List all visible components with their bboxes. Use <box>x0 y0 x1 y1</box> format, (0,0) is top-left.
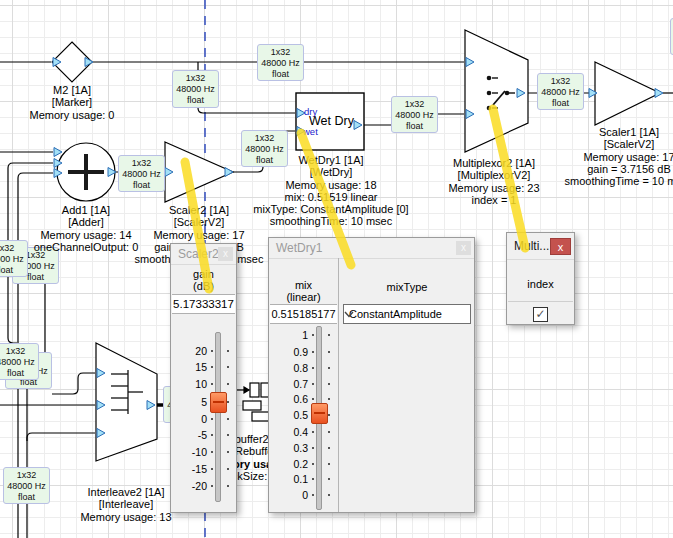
window-title: Scaler2 <box>178 247 219 261</box>
mixtype-param-header: mixType <box>338 281 476 293</box>
tick-label: 20 <box>171 345 207 357</box>
window-title: Multi... <box>514 239 549 253</box>
tick-label: 1 <box>269 329 308 341</box>
m2-label: M2 [1A][Marker]Memory usage: 0 <box>30 84 115 121</box>
close-icon[interactable]: x <box>218 247 233 261</box>
output-port-icon <box>225 168 233 177</box>
add1-label: Add1 [1A][Adder]Memory usage: 14oneChann… <box>34 204 139 253</box>
row-separator <box>508 301 573 302</box>
tick-label: -10 <box>171 446 207 458</box>
tick-label: 15 <box>171 361 207 373</box>
interleave2-label: Interleave2 [1A][Interleave]Memory usage… <box>80 486 171 523</box>
scaler1-label: Scaler1 [1A][ScalerV2]Memory usage: 17ga… <box>565 126 673 187</box>
tick-label: 10 <box>171 378 207 390</box>
close-icon[interactable]: x <box>456 241 471 255</box>
wetdry1-window-titlebar[interactable]: WetDry1 x <box>269 238 474 259</box>
signal-format-badge: 1x3248000 Hzfloat <box>391 96 438 133</box>
tick-label: 0.1 <box>269 473 308 485</box>
tick-label: 0.3 <box>269 442 308 454</box>
input-port-icon <box>54 148 62 157</box>
index-checkbox[interactable]: ✓ <box>533 307 548 322</box>
tick-label: -20 <box>171 480 207 492</box>
close-icon[interactable]: x <box>550 238 571 255</box>
mixtype-dropdown[interactable]: ConstantAmplitude <box>343 304 471 324</box>
tick-label: 0.8 <box>269 362 308 374</box>
patch-canvas[interactable]: 1x3248000 Hzfloat 1x3248000 Hzfloat 1x32… <box>0 0 673 538</box>
add1-adder-block[interactable] <box>57 143 115 201</box>
chevron-down-icon <box>344 311 354 318</box>
column-separator <box>338 258 339 512</box>
multiplexor2-window-titlebar[interactable]: Multi... x <box>507 233 574 260</box>
index-param-header: index <box>507 278 574 290</box>
gain-value-field[interactable]: 5.17333317 <box>172 294 235 314</box>
tick-label: 0 <box>171 413 207 425</box>
tick-label: 0 <box>269 489 308 501</box>
wetdry1-label: WetDry1 [1A][WetDry]Memory usage: 18mix:… <box>253 154 408 228</box>
signal-format-badge: 1x3248000 Hzfloat <box>537 73 584 110</box>
signal-format-badge: 1x3248000 Hzfloat <box>118 155 165 192</box>
signal-format-badge: 1x3248000 Hzfloat <box>3 467 50 504</box>
tick-label: 5 <box>171 396 207 408</box>
scaler2-block[interactable] <box>165 142 233 202</box>
signal-format-badge: 1x3248000 Hzfloat <box>0 343 39 380</box>
mix-value-field[interactable]: 0.515185177 <box>270 304 337 324</box>
window-title: WetDry1 <box>276 241 322 255</box>
signal-format-badge: 1x3248000 Hzfloat <box>172 70 219 108</box>
tick-label: 0.2 <box>269 458 308 470</box>
tick-label: -15 <box>171 463 207 475</box>
output-port-icon <box>655 89 663 98</box>
scaler2-window[interactable]: Scaler2 x gain(dB) 5.17333317 20 15 10 5… <box>170 243 237 513</box>
tick-label: 0.4 <box>269 426 308 438</box>
tick-label: 0.9 <box>269 346 308 358</box>
signal-format-badge: 1x3248000 Hzfloat <box>0 240 28 277</box>
signal-format-badge: 1x3248000 Hzfloat <box>257 44 304 81</box>
gain-param-header: gain(dB) <box>171 268 236 292</box>
slider-handle[interactable] <box>311 403 328 424</box>
scaler2-window-titlebar[interactable]: Scaler2 x <box>171 244 236 265</box>
mix-param-header: mix(linear) <box>269 279 338 303</box>
tick-label: 0.7 <box>269 378 308 390</box>
multiplexor2-window[interactable]: Multi... x index ✓ <box>506 232 575 325</box>
slider-handle[interactable] <box>210 392 227 413</box>
wetdry1-window[interactable]: WetDry1 x mix(linear) 0.515185177 1 0.9 … <box>268 237 475 513</box>
tick-label: -5 <box>171 429 207 441</box>
wetdry-wet-port-label: wet <box>303 126 318 137</box>
scaler1-block[interactable] <box>595 62 660 125</box>
mixtype-selected-value: ConstantAmplitude <box>349 308 442 320</box>
tick-label: 0.5 <box>269 409 308 421</box>
multiplexor2-label: Multiplexor2 [1A][MultiplexorV2]Memory u… <box>448 157 539 206</box>
tick-label: 0.6 <box>269 393 308 405</box>
